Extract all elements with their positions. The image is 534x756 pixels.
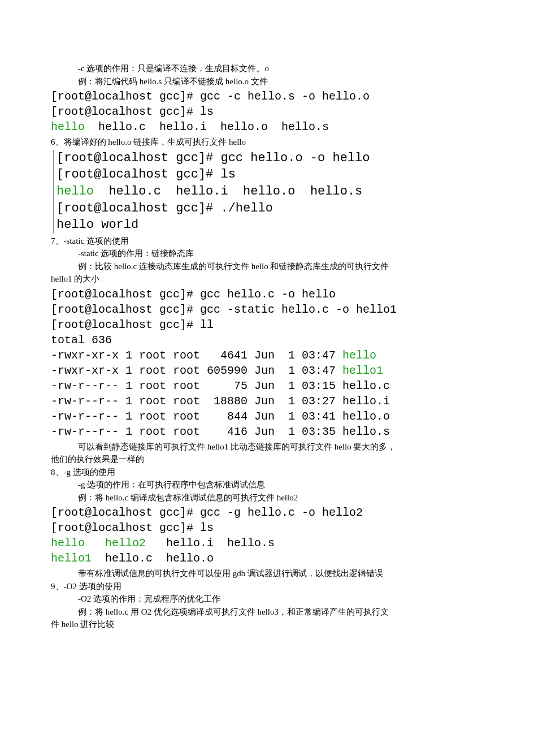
term-output: hello world [57, 218, 138, 232]
c-option-desc: -c 选项的作用：只是编译不连接，生成目标文件。o [51, 62, 483, 75]
file-list: hello.c hello.i hello.o hello.s [94, 184, 362, 198]
terminal-sec8: [root@localhost gcc]# gcc -g hello.c -o … [51, 505, 483, 566]
terminal-sec6: [root@localhost gcc]# gcc hello.o -o hel… [53, 150, 483, 234]
sec7-desc: -static 选项的作用：链接静态库 [51, 247, 483, 260]
terminal-sec7: [root@localhost gcc]# gcc hello.c -o hel… [51, 287, 483, 439]
file-hello: hello [51, 120, 85, 133]
terminal-c-option: [root@localhost gcc]# gcc -c hello.s -o … [51, 89, 483, 135]
ll-row: -rwxr-xr-x 1 root root 605990 Jun 1 03:4… [51, 364, 342, 377]
file-list: hello.c hello.o [92, 552, 214, 565]
sec8-note: 带有标准调试信息的可执行文件可以使用 gdb 调试器进行调试，以便找出逻辑错误 [51, 567, 483, 580]
term-line: [root@localhost gcc]# ./hello [57, 201, 273, 215]
file-hello: hello [342, 349, 376, 362]
term-line: [root@localhost gcc]# ll [51, 318, 214, 331]
term-line: [root@localhost gcc]# ls [51, 521, 214, 534]
sec7-example-l2: hello1 的大小 [51, 273, 483, 286]
sec6-title: 6、将编译好的 hello.o 链接库，生成可执行文件 hello [51, 136, 483, 149]
ll-row: -rw-r--r-- 1 root root 75 Jun 1 03:15 he… [51, 379, 390, 392]
file-list: hello.c hello.i hello.o hello.s [85, 120, 329, 133]
sec8-desc: -g 选项的作用：在可执行程序中包含标准调试信息 [51, 478, 483, 491]
ll-row: -rw-r--r-- 1 root root 18880 Jun 1 03:27… [51, 395, 390, 408]
sec7-note-l2: 他们的执行效果是一样的 [51, 453, 483, 466]
sec9-example-l2: 件 hello 进行比较 [51, 618, 483, 631]
ll-row: -rwxr-xr-x 1 root root 4641 Jun 1 03:47 [51, 349, 342, 362]
c-option-example: 例：将汇编代码 hello.s 只编译不链接成 hello.o 文件 [51, 75, 483, 88]
file-hello1: hello1 [342, 364, 383, 377]
term-line: [root@localhost gcc]# ls [57, 167, 236, 182]
term-line: [root@localhost gcc]# gcc hello.c -o hel… [51, 288, 336, 301]
ll-row: -rw-r--r-- 1 root root 416 Jun 1 03:35 h… [51, 425, 390, 438]
term-line: [root@localhost gcc]# gcc -static hello.… [51, 303, 397, 316]
sec9-example-l1: 例：将 hello.c 用 O2 优化选项编译成可执行文件 hello3，和正常… [51, 606, 483, 619]
file-hello2: hello2 [105, 537, 146, 550]
term-line: [root@localhost gcc]# gcc -g hello.c -o … [51, 506, 363, 519]
file-list: hello.i hello.s [146, 537, 275, 550]
term-line: [root@localhost gcc]# gcc -c hello.s -o … [51, 90, 370, 103]
sec7-example-l1: 例：比较 hello.c 连接动态库生成的可执行文件 hello 和链接静态库生… [51, 260, 483, 273]
sec8-example: 例：将 hello.c 编译成包含标准调试信息的可执行文件 hello2 [51, 491, 483, 504]
sec7-title: 7、-static 选项的使用 [51, 235, 483, 248]
spacer [85, 537, 105, 550]
ll-row: -rw-r--r-- 1 root root 844 Jun 1 03:41 h… [51, 410, 390, 423]
file-hello: hello [51, 537, 85, 550]
file-hello1: hello1 [51, 552, 92, 565]
sec7-note-l1: 可以看到静态链接库的可执行文件 hello1 比动态链接库的可执行文件 hell… [51, 440, 483, 453]
sec8-title: 8、-g 选项的使用 [51, 466, 483, 479]
sec9-title: 9、-O2 选项的使用 [51, 580, 483, 593]
term-line: [root@localhost gcc]# gcc hello.o -o hel… [57, 151, 370, 165]
term-line: [root@localhost gcc]# ls [51, 105, 214, 118]
sec9-desc: -O2 选项的作用：完成程序的优化工作 [51, 593, 483, 606]
file-hello: hello [57, 184, 94, 198]
term-line: total 636 [51, 334, 112, 347]
